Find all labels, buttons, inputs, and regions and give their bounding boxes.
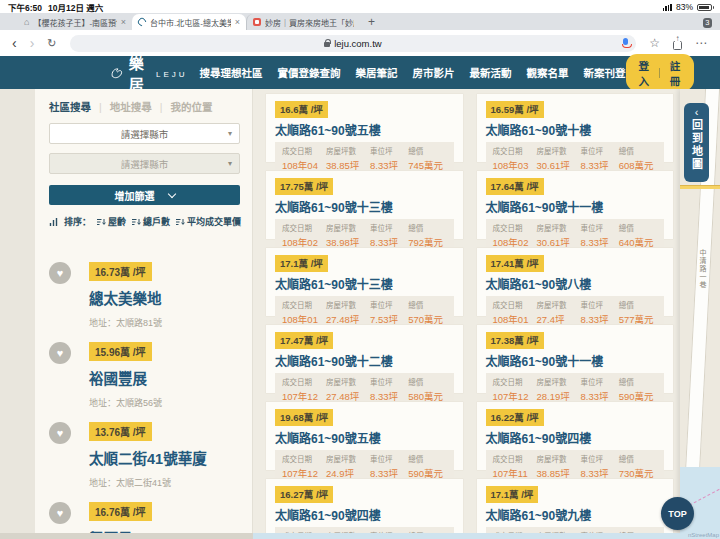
price-badge: 16.59萬 /坪 [486, 101, 544, 118]
main-nav: 搜尋理想社區 實價登錄查詢 樂居筆記 房市影片 最新活動 觀察名單 新案刊登 [200, 65, 626, 80]
browser-tab-bar: ⌂ 【櫻花孩子王】-南區預售 × 台中市.北屯區-總太美樂地 × 妙房｜買房來房… [0, 13, 720, 30]
leju-logo[interactable]: 樂居 LEJU [110, 52, 188, 94]
listing-card[interactable]: 17.75萬 /坪 太順路61~90號十三樓 成交日期 房屋坪數 車位坪 總價 … [265, 170, 464, 240]
browser-tab-1[interactable]: ⌂ 【櫻花孩子王】-南區預售 × [18, 14, 132, 30]
tab-count-button[interactable]: 3 [703, 18, 712, 28]
col-header: 房屋坪數 [326, 299, 370, 310]
address-bar[interactable]: leju.com.tw [70, 35, 637, 52]
left-margin-strip [0, 89, 35, 539]
register-button[interactable]: 註冊 [670, 58, 681, 88]
screen: 下午6:50 10月12日 週六 83% ⌂ 【櫻花孩子王】-南區預售 × 台中… [0, 0, 720, 539]
col-header: 車位坪 [370, 299, 408, 310]
login-button[interactable]: 登入 [639, 58, 650, 88]
price-badge: 16.6萬 /坪 [275, 101, 328, 118]
nav-new-listing[interactable]: 新案刊登 [584, 65, 626, 80]
district-select[interactable]: 請選擇縣市 ▾ [49, 153, 240, 174]
tab-address-search[interactable]: 地址搜尋 [110, 99, 152, 114]
back-to-map-button[interactable]: ‹ 回到地圖 [684, 103, 709, 182]
favorite-heart-icon[interactable]: ♥ [49, 262, 71, 284]
community-item[interactable]: ♥ 13.76萬 /坪 太順二街41號華廈 地址：太順二街41號 [49, 410, 240, 490]
favorite-heart-icon[interactable]: ♥ [49, 422, 71, 444]
back-icon[interactable]: ‹ [12, 36, 17, 50]
listing-title[interactable]: 太順路61~90號十樓 [486, 121, 665, 138]
nav-leju-notes[interactable]: 樂居筆記 [356, 65, 398, 80]
nav-price-query[interactable]: 實價登錄查詢 [278, 65, 341, 80]
scroll-top-button[interactable]: TOP [661, 497, 694, 530]
county-select[interactable]: 請選擇縣市 ▾ [49, 123, 240, 144]
listing-title[interactable]: 太順路61~90號十三樓 [275, 275, 454, 292]
listing-card[interactable]: 16.6萬 /坪 太順路61~90號五樓 成交日期 房屋坪數 車位坪 總價 10… [265, 93, 464, 163]
listing-title[interactable]: 太順路61~90號五樓 [275, 121, 454, 138]
listing-title[interactable]: 太順路61~90號九樓 [486, 506, 665, 523]
community-name[interactable]: 太順二街41號華廈 [89, 447, 240, 468]
community-name[interactable]: 裕國豐展 [89, 367, 240, 388]
close-icon[interactable]: × [121, 17, 126, 27]
listing-card[interactable]: 17.64萬 /坪 太順路61~90號十一樓 成交日期 房屋坪數 車位坪 總價 … [476, 170, 675, 240]
sort-by-age[interactable]: 屋齡 [97, 215, 126, 228]
listing-title[interactable]: 太順路61~90號十一樓 [486, 352, 665, 369]
content: 社區搜尋 | 地址搜尋 | 我的位置 請選擇縣市 ▾ 請選擇縣市 ▾ 增加篩選 … [0, 89, 720, 539]
community-name[interactable]: 總太美樂地 [89, 287, 240, 308]
col-header: 房屋坪數 [326, 145, 370, 156]
listing-title[interactable]: 太順路61~90號十二樓 [275, 352, 454, 369]
sort-icon [132, 218, 141, 226]
mic-icon[interactable] [623, 38, 628, 45]
community-item[interactable]: ♥ 16.73萬 /坪 總太美樂地 地址：太順路81號 [49, 250, 240, 330]
col-header: 房屋坪數 [326, 376, 370, 387]
listing-card[interactable]: 19.68萬 /坪 太順路61~90號五樓 成交日期 房屋坪數 車位坪 總價 1… [265, 401, 464, 471]
browser-tab-3[interactable]: 妙房｜買房來房地王「妙房 [246, 14, 360, 30]
nav-latest-events[interactable]: 最新活動 [470, 65, 512, 80]
map-yellow-road [680, 185, 720, 189]
nav-housing-videos[interactable]: 房市影片 [413, 65, 455, 80]
map-attribution[interactable]: nStreetMap [688, 532, 719, 538]
home-favicon-icon: ⌂ [24, 18, 29, 26]
map-sliver[interactable]: 中清路一巷 ‹ 回到地圖 nStreetMap [680, 89, 720, 539]
sort-by-households[interactable]: 總戶數 [132, 215, 170, 228]
listing-card[interactable]: 16.27萬 /坪 太順路61~90號四樓 成交日期 房屋坪數 車位坪 總價 1… [265, 478, 464, 539]
bottom-map-strip-main [253, 533, 680, 539]
col-header: 車位坪 [370, 145, 408, 156]
listing-title[interactable]: 太順路61~90號十三樓 [275, 198, 454, 215]
col-header: 房屋坪數 [536, 453, 580, 464]
close-icon[interactable]: × [235, 17, 240, 27]
community-item[interactable]: ♥ 15.96萬 /坪 裕國豐展 地址：太順路56號 [49, 330, 240, 410]
listing-card[interactable]: 17.38萬 /坪 太順路61~90號十一樓 成交日期 房屋坪數 車位坪 總價 … [476, 324, 675, 394]
community-address: 地址：太順路56號 [89, 396, 240, 409]
listing-card[interactable]: 17.41萬 /坪 太順路61~90號八樓 成交日期 房屋坪數 車位坪 總價 1… [476, 247, 675, 317]
favorite-heart-icon[interactable]: ♥ [49, 342, 71, 364]
add-filter-button[interactable]: 增加篩選 [49, 185, 240, 205]
tab-community-search[interactable]: 社區搜尋 [49, 99, 91, 114]
listing-card[interactable]: 16.59萬 /坪 太順路61~90號十樓 成交日期 房屋坪數 車位坪 總價 1… [476, 93, 675, 163]
listing-title[interactable]: 太順路61~90號八樓 [486, 275, 665, 292]
listing-title[interactable]: 太順路61~90號四樓 [486, 429, 665, 446]
favorite-heart-icon[interactable]: ♥ [49, 502, 71, 524]
listing-card[interactable]: 17.1萬 /坪 太順路61~90號十三樓 成交日期 房屋坪數 車位坪 總價 1… [265, 247, 464, 317]
nav-watchlist[interactable]: 觀察名單 [527, 65, 569, 80]
share-icon[interactable] [673, 41, 682, 50]
reload-icon[interactable]: ↻ [47, 38, 56, 49]
sort-chart-icon [49, 217, 58, 226]
listing-title[interactable]: 太順路61~90號十一樓 [486, 198, 665, 215]
chevron-down-icon: ▾ [228, 129, 232, 138]
community-item[interactable]: ♥ 16.76萬 /坪 興願景 地址：新平路三段451號 [49, 490, 240, 539]
col-header: 房屋坪數 [536, 299, 580, 310]
listing-card[interactable]: 16.22萬 /坪 太順路61~90號四樓 成交日期 房屋坪數 車位坪 總價 1… [476, 401, 675, 471]
bookmark-star-icon[interactable]: ☆ [649, 36, 660, 50]
new-tab-button[interactable]: + [368, 15, 375, 29]
price-badge: 16.22萬 /坪 [486, 409, 544, 426]
listing-card[interactable]: 17.47萬 /坪 太順路61~90號十二樓 成交日期 房屋坪數 車位坪 總價 … [265, 324, 464, 394]
price-badge: 17.1萬 /坪 [486, 486, 539, 503]
site-header: 樂居 LEJU 搜尋理想社區 實價登錄查詢 樂居筆記 房市影片 最新活動 觀察名… [0, 56, 720, 89]
col-header: 房屋坪數 [536, 222, 580, 233]
listing-card[interactable]: 17.1萬 /坪 太順路61~90號九樓 成交日期 房屋坪數 車位坪 總價 10… [476, 478, 675, 539]
listing-title[interactable]: 太順路61~90號四樓 [275, 506, 454, 523]
price-badge: 17.1萬 /坪 [275, 255, 328, 272]
nav-search-community[interactable]: 搜尋理想社區 [200, 65, 263, 80]
menu-dots-icon[interactable]: ⋯ [695, 36, 708, 50]
lock-icon [324, 42, 330, 47]
sort-by-avg-price[interactable]: 平均成交單價 [176, 215, 241, 228]
forward-icon[interactable]: › [30, 36, 35, 50]
tab-my-location[interactable]: 我的位置 [170, 99, 212, 114]
browser-tab-2-active[interactable]: 台中市.北屯區-總太美樂地 × [132, 14, 246, 30]
listing-title[interactable]: 太順路61~90號五樓 [275, 429, 454, 446]
